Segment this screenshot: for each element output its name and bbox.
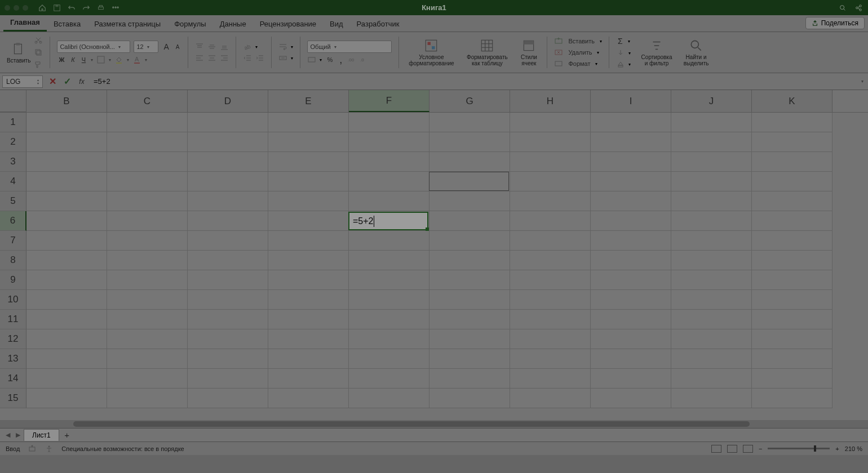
cell[interactable] xyxy=(510,389,591,408)
cell[interactable] xyxy=(268,231,349,251)
row-header[interactable]: 12 xyxy=(0,329,26,349)
name-box[interactable]: LOG ▴▾ xyxy=(2,75,43,88)
cell[interactable] xyxy=(510,152,591,172)
cell[interactable] xyxy=(188,270,268,290)
page-layout-view-icon[interactable] xyxy=(727,445,737,453)
format-cells-label[interactable]: Формат xyxy=(566,60,592,68)
scrollbar-thumb[interactable] xyxy=(73,421,750,427)
cell[interactable] xyxy=(429,152,510,172)
cell[interactable] xyxy=(429,329,510,349)
cell[interactable] xyxy=(107,251,188,270)
cell[interactable] xyxy=(268,389,349,408)
enter-formula-icon[interactable]: ✓ xyxy=(62,77,72,87)
minimize-window-icon[interactable] xyxy=(14,5,19,11)
cell[interactable] xyxy=(510,290,591,310)
orientation-icon[interactable]: ab xyxy=(243,42,252,51)
tab-data[interactable]: Данные xyxy=(213,16,253,32)
cell[interactable] xyxy=(591,152,671,172)
cell[interactable] xyxy=(510,191,591,211)
percent-icon[interactable]: % xyxy=(325,56,334,64)
cell[interactable] xyxy=(349,132,429,152)
cell[interactable] xyxy=(268,191,349,211)
cell[interactable] xyxy=(349,389,429,408)
cell[interactable] xyxy=(107,349,188,369)
cell[interactable] xyxy=(671,389,752,408)
row-header[interactable]: 1 xyxy=(0,113,26,132)
font-size-combo[interactable]: 12▾ xyxy=(134,41,158,53)
cell[interactable] xyxy=(188,290,268,310)
cell[interactable] xyxy=(752,132,832,152)
cell[interactable] xyxy=(26,172,107,191)
number-format-combo[interactable]: Общий▾ xyxy=(307,41,392,53)
cell[interactable] xyxy=(188,310,268,329)
cell[interactable] xyxy=(26,113,107,132)
cell[interactable] xyxy=(188,329,268,349)
row-header[interactable]: 2 xyxy=(0,132,26,152)
cell[interactable] xyxy=(268,270,349,290)
decrease-indent-icon[interactable] xyxy=(243,53,252,63)
fill-icon[interactable] xyxy=(616,48,625,57)
print-icon[interactable] xyxy=(97,4,105,12)
cell[interactable] xyxy=(510,329,591,349)
zoom-slider[interactable] xyxy=(768,448,830,449)
tab-review[interactable]: Рецензирование xyxy=(253,16,323,32)
decrease-decimal-icon[interactable]: .0 xyxy=(360,55,369,64)
cell[interactable] xyxy=(591,349,671,369)
cell[interactable] xyxy=(107,211,188,231)
cell[interactable] xyxy=(671,270,752,290)
italic-button[interactable]: К xyxy=(69,56,76,64)
align-left-icon[interactable] xyxy=(195,53,204,63)
cell[interactable] xyxy=(510,113,591,132)
cell[interactable] xyxy=(107,191,188,211)
cell[interactable] xyxy=(268,113,349,132)
cell[interactable] xyxy=(349,231,429,251)
column-header[interactable]: H xyxy=(510,90,591,112)
cell[interactable] xyxy=(349,191,429,211)
home-icon[interactable] xyxy=(38,4,46,12)
select-all-corner[interactable] xyxy=(0,90,26,112)
cell[interactable] xyxy=(26,270,107,290)
cell[interactable] xyxy=(26,152,107,172)
cell[interactable] xyxy=(429,270,510,290)
cell[interactable] xyxy=(752,191,832,211)
cell[interactable] xyxy=(268,349,349,369)
cell[interactable] xyxy=(188,349,268,369)
row-header[interactable]: 8 xyxy=(0,251,26,270)
increase-font-icon[interactable]: A xyxy=(162,42,170,52)
align-middle-icon[interactable] xyxy=(207,42,216,51)
cell[interactable] xyxy=(268,329,349,349)
column-header[interactable]: E xyxy=(268,90,349,112)
cell[interactable] xyxy=(429,310,510,329)
cell[interactable] xyxy=(591,113,671,132)
column-header[interactable]: J xyxy=(671,90,752,112)
row-header[interactable]: 10 xyxy=(0,290,26,310)
cell[interactable] xyxy=(349,152,429,172)
insert-cells-icon[interactable] xyxy=(554,37,563,46)
column-header[interactable]: F xyxy=(349,90,429,112)
active-cell-editor[interactable]: =5+2 xyxy=(348,212,428,230)
cell[interactable] xyxy=(671,113,752,132)
zoom-in-icon[interactable]: + xyxy=(835,445,839,452)
cut-icon[interactable] xyxy=(34,35,43,44)
share-button[interactable]: Поделиться xyxy=(805,17,865,29)
sheet-tab[interactable]: Лист1 xyxy=(24,429,59,441)
column-header[interactable]: K xyxy=(752,90,832,112)
paste-button[interactable]: Вставить xyxy=(7,42,30,64)
more-icon[interactable]: ••• xyxy=(112,4,119,12)
row-header[interactable]: 4 xyxy=(0,172,26,191)
cell[interactable] xyxy=(268,152,349,172)
cell[interactable] xyxy=(268,132,349,152)
cell[interactable] xyxy=(591,251,671,270)
cell[interactable] xyxy=(26,310,107,329)
cell[interactable] xyxy=(26,191,107,211)
cell[interactable] xyxy=(752,290,832,310)
cell[interactable] xyxy=(107,113,188,132)
cell[interactable] xyxy=(188,211,268,231)
zoom-out-icon[interactable]: − xyxy=(759,445,762,452)
cell[interactable] xyxy=(107,172,188,191)
cell[interactable] xyxy=(188,152,268,172)
zoom-value[interactable]: 210 % xyxy=(845,445,862,452)
cell[interactable] xyxy=(429,191,510,211)
cell[interactable] xyxy=(188,389,268,408)
cell[interactable] xyxy=(107,290,188,310)
